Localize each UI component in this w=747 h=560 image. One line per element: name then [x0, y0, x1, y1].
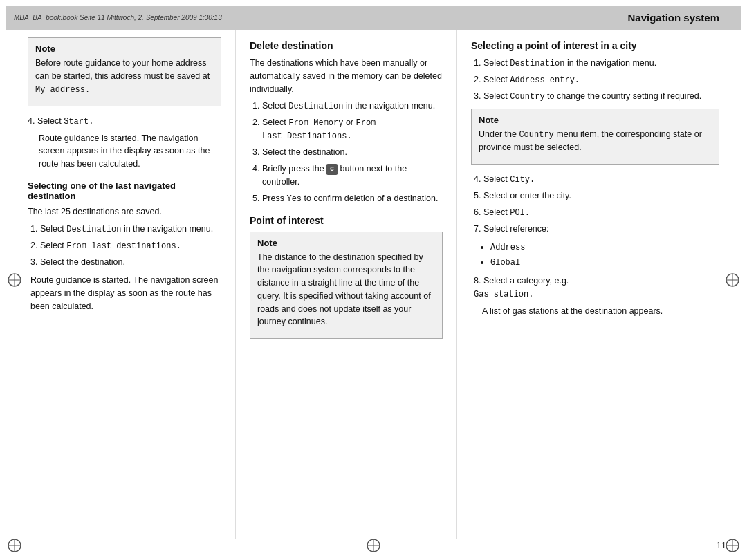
step8-desc: A list of gas stations at the destinatio… [482, 305, 719, 318]
header-title: Navigation system [627, 12, 733, 24]
poi-note-box: Note The distance to the destination spe… [250, 232, 443, 339]
note-code-address: My address. [35, 85, 90, 95]
list-item: Select or enter the city. [483, 189, 719, 203]
mono-city: City. [510, 175, 535, 185]
list-item: Address [490, 241, 719, 254]
note-text-address: Before route guidance to your home addre… [35, 57, 214, 96]
mid-column: Delete destination The destinations whic… [235, 30, 456, 539]
poi-steps-2: Select City. Select or enter the city. S… [483, 173, 719, 236]
step3-desc: Route guidance is started. The navigatio… [30, 274, 221, 312]
mono-gas-station: Gas station. [474, 290, 533, 299]
mono-country: Country [510, 92, 544, 102]
note-box-address: Note Before route guidance to your home … [28, 37, 221, 106]
header-meta: MBA_BA_book.book Seite 11 Mittwoch, 2. S… [14, 14, 222, 21]
list-item: Select City. [483, 173, 719, 186]
delete-intro: The destinations which have been manuall… [250, 57, 443, 95]
list-item: Press Yes to confirm deletion of a desti… [262, 192, 443, 205]
poi-steps-1: Select Destination in the navigation men… [483, 57, 719, 103]
list-item: Select Destination in the navigation men… [262, 100, 443, 113]
poi-city-title: Selecting a point of interest in a city [471, 40, 719, 51]
country-note-box: Note Under the Country menu item, the co… [471, 109, 719, 165]
header-bar: MBA_BA_book.book Seite 11 Mittwoch, 2. S… [6, 6, 741, 30]
note-title-address: Note [35, 44, 214, 54]
list-item: Select the destination. [262, 146, 443, 159]
side-mark-bottom [366, 538, 381, 553]
section1-desc: The last 25 destinations are saved. [28, 205, 221, 218]
side-mark-left [7, 272, 22, 288]
mono-country-note: Country [519, 130, 553, 140]
mono-from-memory: From Memory [288, 118, 343, 128]
delete-steps: Select Destination in the navigation men… [262, 100, 443, 205]
side-mark-right [725, 272, 740, 288]
list-item: Select From Memory or FromLast Destinati… [262, 116, 443, 142]
step8-text: 8. Select a category, e.g.Gas station. [474, 274, 719, 301]
mono-poi: POI. [510, 208, 530, 218]
list-item: Select Destination in the navigation men… [40, 223, 221, 236]
step4-text: 4. Select Start. [28, 115, 221, 128]
list-item: Select Address entry. [483, 73, 719, 86]
poi-reference-list: Address Global [490, 241, 719, 269]
mono-address-bullet: Address [490, 243, 525, 252]
list-item: Select reference: [483, 223, 719, 236]
poi-title: Point of interest [250, 215, 443, 226]
delete-destination-title: Delete destination [250, 40, 443, 51]
list-item: Select From last destinations. [40, 239, 221, 252]
list-item: Select Destination in the navigation men… [483, 57, 719, 70]
mono-dest-3: Destination [510, 59, 564, 68]
poi-note-title: Note [257, 238, 435, 248]
list-item: Select POI. [483, 206, 719, 219]
section1-steps: Select Destination in the navigation men… [40, 223, 221, 269]
right-column: Selecting a point of interest in a city … [456, 30, 726, 539]
mono-destination-1: Destination [66, 225, 121, 234]
list-item: Briefly press the c button next to the c… [262, 162, 443, 189]
page-number: 11 [717, 540, 726, 550]
content-area: Note Before route guidance to your home … [21, 30, 726, 539]
section1-heading: Selecting one of the last navigated dest… [28, 180, 221, 201]
mono-global-bullet: Global [490, 258, 520, 268]
c-button: c [326, 164, 338, 175]
step4-desc: Route guidance is started. The navigatio… [39, 132, 221, 171]
left-column: Note Before route guidance to your home … [21, 30, 235, 539]
mono-addr-entry: Address entry. [510, 75, 580, 85]
corner-mark-br [725, 538, 740, 553]
country-note-text: Under the Country menu item, the corresp… [479, 128, 712, 154]
mono-yes: Yes [286, 194, 302, 204]
mono-from-last: From last destinations. [66, 241, 181, 251]
poi-note-text: The distance to the destination specifie… [257, 251, 435, 329]
mono-dest-2: Destination [288, 102, 343, 111]
corner-mark-bl [7, 538, 22, 553]
list-item: Select Country to change the country set… [483, 90, 719, 103]
list-item: Global [490, 256, 719, 269]
list-item: Select the destination. [40, 256, 221, 269]
country-note-title: Note [479, 115, 712, 125]
step4-code: Start. [64, 117, 93, 127]
